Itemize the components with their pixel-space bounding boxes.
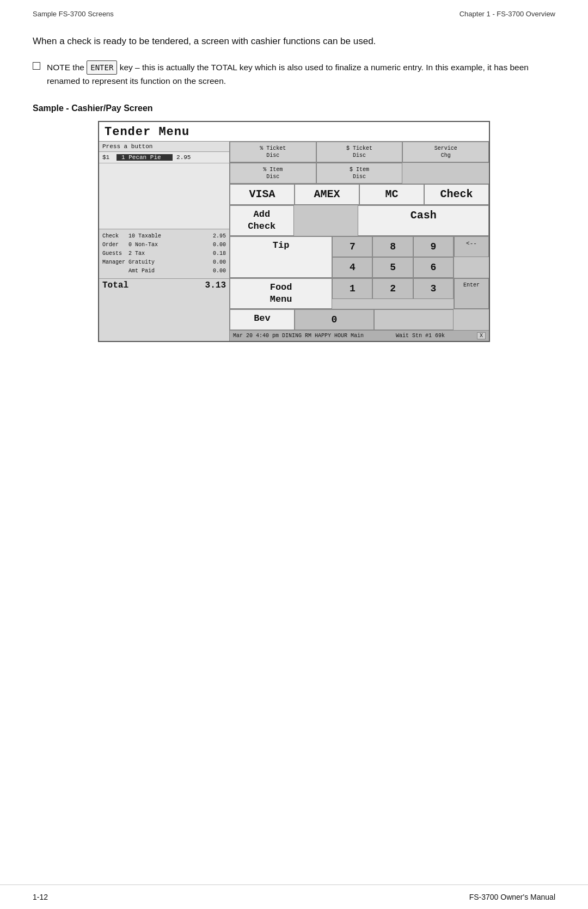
- pos-status-bar: Mar 20 4:40 pm DINING RM HAPPY HOUR Main…: [230, 330, 489, 341]
- page-footer: 1-12 FS-3700 Owner's Manual: [0, 884, 588, 909]
- order-label: Order: [102, 241, 125, 249]
- amt-paid-val: 0.00: [213, 267, 226, 276]
- guests-val: 0.18: [213, 249, 226, 258]
- item-highlight: 1 Pecan Pie: [117, 154, 173, 161]
- btn-9[interactable]: 9: [413, 236, 454, 257]
- pos-screen: Tender Menu Press a button $1 1 Pecan Pi…: [98, 121, 490, 342]
- header-left: Sample FS-3700 Screens: [33, 10, 114, 18]
- empty-side-area: [454, 309, 489, 330]
- btn-6[interactable]: 6: [413, 257, 454, 278]
- dollar-item-disc-btn[interactable]: $ Item Disc: [316, 163, 403, 184]
- pos-addcheck-cash-row: Add Check Cash: [230, 205, 489, 236]
- pos-payment-row: VISA AMEX MC Check: [230, 184, 489, 205]
- check-btn[interactable]: Check: [424, 184, 489, 205]
- pos-tip-row: Tip 7 8 9 4 5 6 <--: [230, 236, 489, 278]
- pos-left-panel: Press a button $1 1 Pecan Pie 2.95 Check…: [99, 142, 230, 341]
- guests-tax: 2 Tax: [128, 251, 145, 257]
- note-checkbox: [33, 62, 40, 70]
- pos-grand-total: Total 3.13: [99, 278, 229, 292]
- pos-numpad-row-1: 7 8 9: [332, 236, 454, 257]
- pos-right-panel: % Ticket Disc $ Ticket Disc Service Chg …: [230, 142, 489, 341]
- enter-btn[interactable]: Enter: [454, 278, 489, 309]
- check-label: Check: [102, 232, 125, 241]
- footer-right: FS-3700 Owner's Manual: [469, 893, 555, 901]
- totals-labels: Check Order Guests Manager: [102, 232, 125, 276]
- mc-btn[interactable]: MC: [359, 184, 424, 205]
- pos-second-discount-row: % Item Disc $ Item Disc: [230, 163, 489, 184]
- btn-2[interactable]: 2: [372, 278, 413, 299]
- dollar-ticket-disc-btn[interactable]: $ Ticket Disc: [316, 142, 403, 162]
- pos-order-item: $1 1 Pecan Pie 2.95: [99, 152, 229, 163]
- empty-side-btn: [454, 257, 489, 278]
- pct-ticket-disc-btn[interactable]: % Ticket Disc: [230, 142, 316, 162]
- pos-prompt: Press a button: [99, 142, 229, 152]
- btn-7[interactable]: 7: [332, 236, 372, 257]
- pos-totals: Check Order Guests Manager 10 Taxable 0 …: [99, 229, 229, 278]
- guests-label: Guests: [102, 249, 125, 258]
- check-taxable: 10 Taxable: [128, 233, 161, 239]
- order-nontax: 0 Non-Tax: [128, 242, 158, 248]
- amt-paid-label: Amt Paid: [128, 268, 155, 274]
- status-left: Mar 20 4:40 pm DINING RM HAPPY HOUR Main: [233, 333, 364, 339]
- note-prefix: NOTE the: [47, 63, 87, 72]
- add-check-btn[interactable]: Add Check: [230, 205, 294, 236]
- total-value: 3.13: [205, 280, 226, 290]
- btn-3[interactable]: 3: [413, 278, 454, 299]
- btn-4[interactable]: 4: [332, 257, 372, 278]
- backspace-btn[interactable]: <--: [454, 236, 489, 257]
- btn-8[interactable]: 8: [372, 236, 413, 257]
- status-right: Wait Stn #1 69k: [396, 333, 445, 339]
- order-val: 0.00: [213, 241, 226, 249]
- pos-main-area: Press a button $1 1 Pecan Pie 2.95 Check…: [99, 142, 489, 341]
- pos-title-bar: Tender Menu: [99, 122, 489, 142]
- page-header: Sample FS-3700 Screens Chapter 1 - FS-37…: [0, 0, 588, 23]
- total-label: Total: [102, 280, 128, 290]
- section-heading: Sample - Cashier/Pay Screen: [33, 103, 555, 113]
- tip-btn[interactable]: Tip: [230, 236, 332, 278]
- service-chg-btn[interactable]: Service Chg: [402, 142, 489, 162]
- pos-numpad-area: 7 8 9 4 5 6: [332, 236, 454, 278]
- totals-values: 2.95 0.00 0.18 0.00 0.00: [213, 232, 226, 276]
- totals-desc: 10 Taxable 0 Non-Tax 2 Tax Gratuity Amt …: [128, 232, 161, 276]
- pos-numpad-row-3: 1 2 3: [332, 278, 454, 299]
- pos-title: Tender Menu: [105, 125, 483, 139]
- manager-label: Manager: [102, 258, 125, 267]
- pos-order-spacer: [99, 163, 229, 229]
- btn-0[interactable]: 0: [295, 309, 374, 330]
- pos-side-btns: <--: [454, 236, 489, 278]
- bev-btn[interactable]: Bev: [230, 309, 295, 330]
- empty-top-btn: [402, 163, 489, 184]
- pos-side-btns-2: Enter: [454, 278, 489, 309]
- btn-dot: [374, 309, 454, 330]
- status-x[interactable]: X: [477, 332, 486, 339]
- note-block: NOTE the ENTER key – this is actually th…: [33, 60, 555, 88]
- btn-1[interactable]: 1: [332, 278, 372, 299]
- page-content: When a check is ready to be tendered, a …: [0, 23, 588, 375]
- amex-btn[interactable]: AMEX: [295, 184, 359, 205]
- pos-numpad-area-2: 1 2 3: [332, 278, 454, 309]
- gratuity-val: 0.00: [213, 258, 226, 267]
- footer-left: 1-12: [33, 893, 48, 901]
- empty-mid-btn: [294, 205, 358, 236]
- visa-btn[interactable]: VISA: [230, 184, 295, 205]
- intro-text: When a check is ready to be tendered, a …: [33, 34, 555, 48]
- cash-btn[interactable]: Cash: [358, 205, 489, 236]
- pos-numpad-row-2: 4 5 6: [332, 257, 454, 278]
- pct-item-disc-btn[interactable]: % Item Disc: [230, 163, 316, 184]
- pos-top-discount-row: % Ticket Disc $ Ticket Disc Service Chg: [230, 142, 489, 163]
- btn-5[interactable]: 5: [372, 257, 413, 278]
- header-right: Chapter 1 - FS-3700 Overview: [460, 10, 555, 18]
- pos-food-row: Food Menu 1 2 3 Enter: [230, 278, 489, 309]
- pos-bev-row: Bev 0: [230, 309, 489, 330]
- note-suffix: key – this is actually the TOTAL key whi…: [47, 63, 529, 86]
- enter-key-label: ENTER: [87, 60, 117, 75]
- check-val: 2.95: [213, 232, 226, 241]
- note-text: NOTE the ENTER key – this is actually th…: [47, 60, 555, 88]
- gratuity-label: Gratuity: [128, 259, 155, 265]
- food-menu-btn[interactable]: Food Menu: [230, 278, 332, 309]
